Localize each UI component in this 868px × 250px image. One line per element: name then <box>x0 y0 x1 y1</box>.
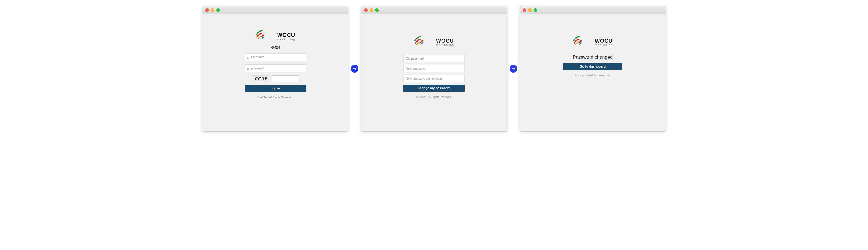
window-change-password: WOCU monitoring Change my password © A3S… <box>361 6 507 132</box>
old-password-input[interactable] <box>406 57 462 60</box>
footer-text: © A3Sec. All Rights Reserved. <box>575 74 610 77</box>
app-logo: WOCU monitoring <box>572 35 613 46</box>
window-close-dot[interactable] <box>364 8 368 12</box>
key-icon <box>247 67 249 70</box>
password-changed-heading: Password changed <box>573 55 613 60</box>
flow-arrow-icon <box>351 65 359 73</box>
password-field-wrapper <box>245 64 306 72</box>
logo-text: WOCU <box>277 32 296 38</box>
goto-dashboard-button[interactable]: Go to dashboard <box>563 63 622 70</box>
app-logo: WOCU monitoring <box>414 35 454 46</box>
old-password-wrapper <box>403 55 465 62</box>
logo-text: WOCU <box>595 38 613 44</box>
login-button[interactable]: Log in <box>245 85 306 92</box>
window-titlebar <box>203 6 348 14</box>
confirm-password-input[interactable] <box>406 77 462 80</box>
footer-text: © A3Sec. All Rights Reserved. <box>416 96 452 99</box>
window-titlebar <box>520 6 665 14</box>
app-version: v0.42.4 <box>270 46 280 49</box>
confirm-password-wrapper <box>403 75 465 82</box>
flow-arrow-icon <box>509 65 517 73</box>
username-input[interactable] <box>251 56 304 59</box>
new-password-wrapper <box>403 65 465 72</box>
new-password-input[interactable] <box>406 67 462 70</box>
logo-tagline: monitoring <box>277 38 296 41</box>
logo-tagline: monitoring <box>595 43 613 46</box>
change-password-button[interactable]: Change my password <box>403 84 465 92</box>
success-content: WOCU monitoring Password changed Go to d… <box>520 14 665 131</box>
window-maximize-dot[interactable] <box>375 8 379 12</box>
password-input[interactable] <box>251 67 304 70</box>
window-maximize-dot[interactable] <box>216 8 220 12</box>
window-minimize-dot[interactable] <box>370 8 373 12</box>
user-icon <box>247 56 249 59</box>
captcha-row: CCDP <box>252 75 299 82</box>
window-close-dot[interactable] <box>205 8 209 12</box>
window-login: WOCU monitoring v0.42.4 CCDP Log in © A3… <box>202 6 348 132</box>
logo-tagline: monitoring <box>436 43 454 46</box>
window-minimize-dot[interactable] <box>211 8 214 12</box>
window-close-dot[interactable] <box>523 8 526 12</box>
window-minimize-dot[interactable] <box>528 8 532 12</box>
wocu-glyph-icon <box>572 35 593 46</box>
captcha-image: CCDP <box>252 75 270 82</box>
login-content: WOCU monitoring v0.42.4 CCDP Log in © A3… <box>203 14 348 131</box>
wocu-glyph-icon <box>255 29 276 41</box>
logo-text: WOCU <box>436 38 454 44</box>
wocu-glyph-icon <box>414 35 434 46</box>
username-field-wrapper <box>245 53 306 61</box>
app-logo: WOCU monitoring <box>255 29 296 41</box>
footer-text: © A3Sec. All Rights Reserved. <box>257 96 293 99</box>
window-maximize-dot[interactable] <box>534 8 537 12</box>
window-titlebar <box>361 6 507 14</box>
window-password-changed: WOCU monitoring Password changed Go to d… <box>520 6 666 132</box>
change-password-content: WOCU monitoring Change my password © A3S… <box>361 14 507 131</box>
captcha-input[interactable] <box>272 75 299 82</box>
